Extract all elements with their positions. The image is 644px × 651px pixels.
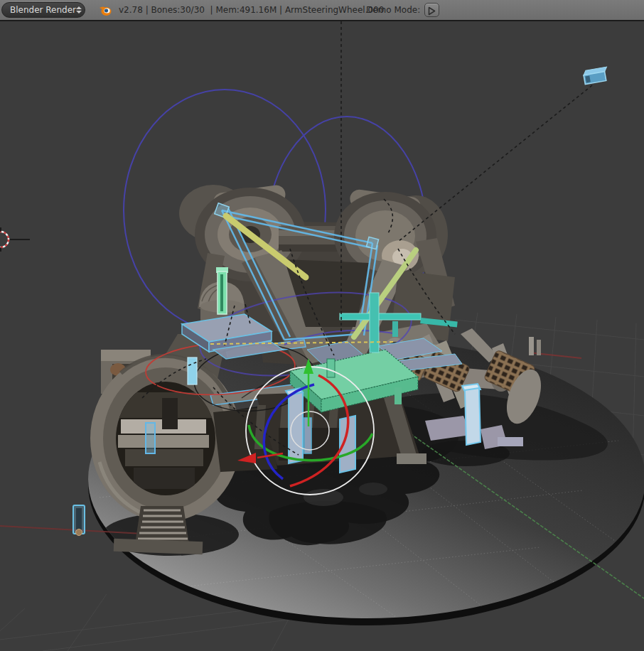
render-engine-dropdown[interactable]: Blender Render bbox=[1, 2, 85, 18]
bone-pillar-mint bbox=[216, 267, 228, 314]
dropdown-arrows-icon bbox=[76, 6, 82, 14]
demo-mode-label: Demo Mode: bbox=[366, 5, 420, 15]
play-icon bbox=[428, 6, 436, 16]
header-bar: Blender Render v2.78 | Bones:30/30 | Mem… bbox=[0, 0, 644, 21]
render-engine-label: Blender Render bbox=[2, 5, 76, 15]
play-button[interactable] bbox=[424, 3, 439, 17]
bone-bottom-left bbox=[73, 505, 85, 536]
viewport-3d[interactable] bbox=[0, 0, 644, 651]
blender-logo-icon bbox=[98, 4, 112, 18]
header-stats-text: v2.78 | Bones:30/30 | Mem:491.16M | ArmS… bbox=[119, 5, 384, 15]
blender-window: { "header": { "engine_selector": { "labe… bbox=[0, 0, 644, 651]
